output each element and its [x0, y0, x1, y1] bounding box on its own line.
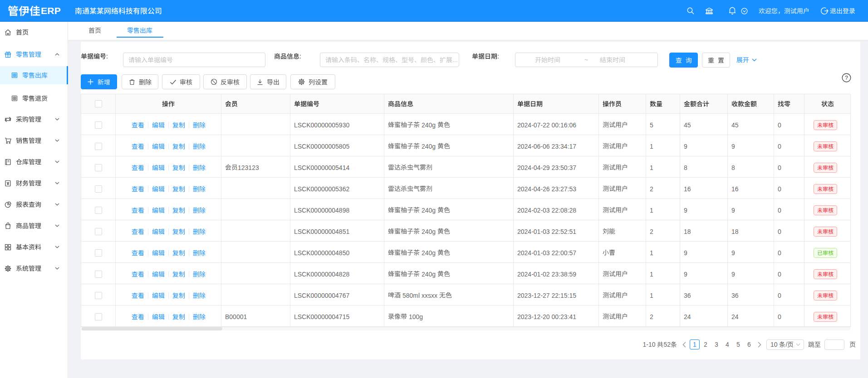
svg-text:?: ?	[845, 75, 848, 81]
